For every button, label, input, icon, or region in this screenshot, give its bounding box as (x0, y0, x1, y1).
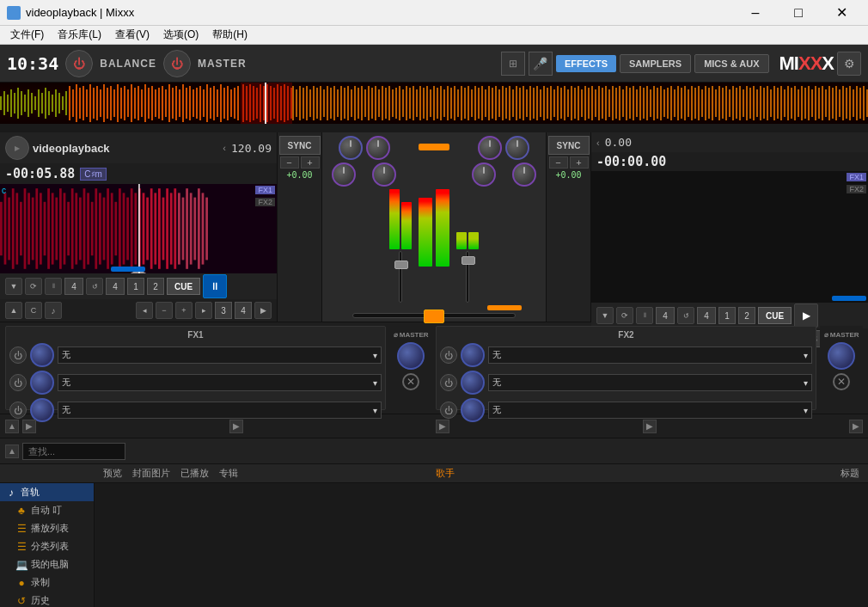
settings-gear-icon[interactable]: ⚙ (837, 52, 861, 76)
left-eq-mid[interactable] (332, 162, 356, 187)
left-ctrl-4[interactable]: 4 (235, 302, 252, 319)
fx4-play-btn[interactable]: ▶ (849, 420, 863, 433)
left-ctrl-plus[interactable]: + (175, 302, 193, 319)
master-power-button[interactable]: ⏻ (163, 50, 191, 77)
fx1-knob-2[interactable] (30, 371, 54, 395)
sidebar-item-tracks[interactable]: ♪ 音轨 (0, 483, 94, 501)
fx1-power-1[interactable]: ⏻ (9, 346, 27, 364)
fx2-dropdown-2[interactable]: 无▾ (488, 374, 812, 391)
right-eq-mid[interactable] (472, 162, 496, 187)
right-ctrl-num4-1[interactable]: 4 (656, 307, 675, 324)
right-deck-waveform[interactable]: FX1 FX2 (591, 171, 868, 303)
left-headphone-icon[interactable]: ✕ (402, 373, 419, 390)
left-ctrl-play2[interactable]: ▶ (254, 302, 272, 319)
menu-options[interactable]: 选项(O) (156, 26, 205, 44)
screen-toggle-button[interactable]: ⊞ (501, 52, 525, 76)
left-master-knob[interactable] (397, 342, 425, 370)
col-title[interactable]: 标题 (835, 467, 865, 480)
col-played[interactable]: 已播放 (175, 467, 214, 480)
left-bpm-arrow[interactable]: ‹ (223, 143, 226, 153)
left-deck-num1[interactable]: 1 (127, 278, 144, 295)
right-ctrl-1[interactable]: 1 (718, 307, 736, 324)
crossfader-track[interactable] (352, 313, 516, 318)
left-deck-align[interactable]: ⦀ (45, 278, 62, 295)
sidebar-item-auto[interactable]: ♣ 自动 叮 (0, 501, 94, 519)
mics-aux-button[interactable]: MICS & AUX (694, 54, 768, 73)
left-deck-num2[interactable]: 2 (147, 278, 164, 295)
fx3-play-btn[interactable]: ▶ (643, 420, 657, 433)
crossfader-handle[interactable] (424, 310, 444, 323)
right-deck-play-button[interactable]: ▶ (794, 304, 818, 328)
minimize-button[interactable]: – (736, 0, 775, 26)
left-ctrl-c[interactable]: C (25, 302, 42, 319)
fx2-power-1[interactable]: ⏻ (440, 346, 457, 364)
left-ctrl-next[interactable]: ▸ (195, 302, 212, 319)
right-sync-button[interactable]: SYNC (548, 136, 590, 155)
maximize-button[interactable]: □ (779, 0, 818, 26)
fx1-dropdown-1[interactable]: 无▾ (58, 346, 382, 364)
effects-button[interactable]: EFFECTS (556, 55, 616, 72)
right-ctrl-spin[interactable]: ↺ (677, 307, 694, 324)
menu-library[interactable]: 音乐库(L) (51, 26, 108, 44)
fx2-power-3[interactable]: ⏻ (440, 402, 457, 419)
right-channel-fader[interactable] (466, 251, 469, 303)
menu-file[interactable]: 文件(F) (3, 26, 51, 44)
fx2-dropdown-1[interactable]: 无▾ (488, 346, 812, 364)
left-sync-button[interactable]: SYNC (279, 136, 321, 155)
fx1-knob-1[interactable] (30, 343, 54, 367)
left-deck-ctrl-spin[interactable]: ↺ (86, 278, 103, 295)
right-ctrl-loop[interactable]: ⟳ (616, 307, 633, 324)
fx2-knob-1[interactable] (461, 343, 485, 367)
sidebar-item-playlist[interactable]: ☰ 播放列表 (0, 519, 94, 537)
left-eq-low[interactable] (372, 162, 396, 187)
right-ctrl-down[interactable]: ▼ (596, 307, 614, 324)
sidebar-item-history[interactable]: ↺ 历史 (0, 592, 94, 607)
fx1-dropdown-3[interactable]: 无▾ (58, 402, 382, 419)
right-sync-minus[interactable]: − (549, 156, 568, 169)
search-input[interactable] (22, 443, 125, 460)
fx1-play-btn[interactable]: ▶ (22, 420, 36, 433)
menu-help[interactable]: 帮助(H) (205, 26, 254, 44)
left-ctrl-minus[interactable]: − (156, 302, 173, 319)
menu-view[interactable]: 查看(V) (108, 26, 156, 44)
waveform-overview[interactable] (0, 83, 868, 124)
close-button[interactable]: ✕ (822, 0, 861, 26)
fx1-dropdown-2[interactable]: 无▾ (58, 374, 382, 391)
balance-power-button[interactable]: ⏻ (65, 50, 93, 77)
right-headphone-knob[interactable] (505, 136, 529, 160)
left-deck-play-button[interactable]: ⏸ (203, 274, 227, 298)
fx-nav-up[interactable]: ▲ (5, 420, 19, 433)
samplers-button[interactable]: SAMPLERS (620, 54, 691, 73)
left-deck-num4-1[interactable]: 4 (64, 278, 83, 295)
fx2-dropdown-3[interactable]: 无▾ (488, 402, 812, 419)
fx2-knob-2[interactable] (461, 371, 485, 395)
right-deck-cue-button[interactable]: CUE (758, 307, 792, 324)
right-master-knob[interactable] (828, 342, 855, 370)
sidebar-item-computer[interactable]: 💻 我的电脑 (0, 555, 94, 573)
right-eq-high[interactable] (478, 136, 502, 160)
col-album[interactable]: 专辑 (214, 467, 243, 480)
fx2-power-2[interactable]: ⏻ (440, 374, 457, 391)
left-sync-plus[interactable]: + (301, 156, 320, 169)
left-eq-high[interactable] (366, 136, 390, 160)
right-bpm-arrow[interactable]: ‹ (596, 138, 600, 148)
col-cover[interactable]: 封面图片 (127, 467, 175, 480)
col-preview[interactable]: 预览 (98, 467, 127, 480)
left-channel-fader[interactable] (399, 251, 402, 303)
sidebar-item-category[interactable]: ☰ 分类列表 (0, 537, 94, 555)
right-sync-plus[interactable]: + (570, 156, 589, 169)
fx1-power-2[interactable]: ⏻ (9, 374, 27, 391)
left-ctrl-note[interactable]: ♪ (45, 302, 62, 319)
fx1-power-3[interactable]: ⏻ (9, 402, 27, 419)
left-deck-cue-button[interactable]: CUE (167, 278, 200, 295)
right-eq-low[interactable] (512, 162, 536, 187)
library-nav-up[interactable]: ▲ (5, 445, 19, 458)
left-headphone-knob[interactable] (339, 136, 363, 160)
left-ctrl-3[interactable]: 3 (215, 302, 232, 319)
left-ctrl-up[interactable]: ▲ (5, 302, 22, 319)
microphone-button[interactable]: 🎤 (529, 52, 553, 76)
fx2-play-btn-1[interactable]: ▶ (229, 420, 243, 433)
right-ctrl-align[interactable]: ⦀ (636, 307, 653, 324)
left-deck-waveform[interactable]: c FX1 FX2 (0, 184, 277, 273)
col-artist[interactable]: 歌手 (431, 467, 460, 480)
